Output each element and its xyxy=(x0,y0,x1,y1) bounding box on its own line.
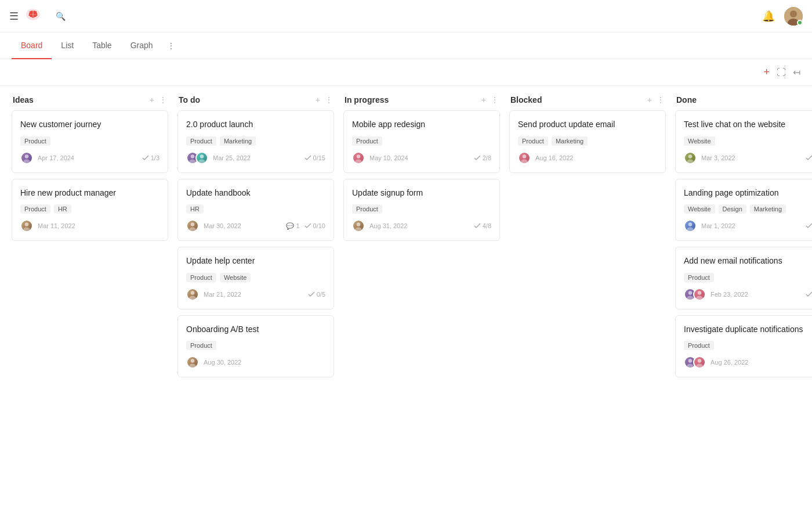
card-footer: Feb 23, 2022 5/5 xyxy=(684,288,812,301)
svg-point-29 xyxy=(355,159,361,164)
card-tag: Product xyxy=(352,136,382,146)
card-title: 2.0 product launch xyxy=(186,119,325,131)
card-card-8[interactable]: Update signup form Product Aug 31, 2022 … xyxy=(343,179,500,242)
svg-point-4 xyxy=(790,10,797,17)
card-card-9[interactable]: Send product update email ProductMarketi… xyxy=(509,110,666,173)
svg-point-7 xyxy=(25,154,29,158)
card-avatar xyxy=(684,152,697,164)
card-tag: Product xyxy=(186,273,216,282)
tab-list[interactable]: List xyxy=(52,33,83,59)
card-card-2[interactable]: Hire new product manager ProductHR Mar 1… xyxy=(12,179,168,242)
svg-point-25 xyxy=(191,359,195,363)
column-title-todo: To do xyxy=(179,95,316,105)
svg-point-13 xyxy=(191,154,195,158)
card-avatar xyxy=(186,356,199,369)
card-card-10[interactable]: Test live chat on the website Website Ma… xyxy=(675,110,812,173)
card-title: Update help center xyxy=(186,255,325,267)
column-header-done: Done + ⋮ xyxy=(675,95,812,105)
card-tag: Marketing xyxy=(220,136,256,146)
column-menu-icon-todo[interactable]: ⋮ xyxy=(325,95,333,105)
user-avatar-wrapper[interactable] xyxy=(784,7,803,26)
svg-point-41 xyxy=(687,228,693,232)
card-tags: Product xyxy=(684,273,812,282)
card-tag: HR xyxy=(54,204,71,214)
collapse-icon[interactable]: ↤ xyxy=(793,67,800,78)
column-add-icon-ideas[interactable]: + xyxy=(150,95,154,105)
nav-right: 🔔 xyxy=(762,7,803,26)
card-tag: Product xyxy=(20,136,50,146)
column-add-icon-todo[interactable]: + xyxy=(316,95,320,105)
svg-point-28 xyxy=(357,154,361,158)
tab-board[interactable]: Board xyxy=(12,33,52,59)
svg-point-49 xyxy=(688,359,693,363)
svg-point-23 xyxy=(189,296,195,300)
column-menu-icon-ideas[interactable]: ⋮ xyxy=(159,95,167,105)
card-card-13[interactable]: Investigate duplicate notifications Prod… xyxy=(675,315,812,378)
card-date: Mar 25, 2022 xyxy=(213,154,251,161)
card-date: Apr 17, 2024 xyxy=(38,154,74,161)
card-card-3[interactable]: 2.0 product launch ProductMarketing Mar … xyxy=(177,110,334,173)
card-tags: WebsiteDesignMarketing xyxy=(684,204,812,214)
card-card-5[interactable]: Update help center ProductWebsite Mar 21… xyxy=(177,247,334,309)
column-todo: To do + ⋮ 2.0 product launch ProductMark… xyxy=(177,95,334,383)
card-title: Test live chat on the website xyxy=(684,119,812,131)
card-footer: May 10, 2024 2/8 xyxy=(352,152,491,164)
card-card-6[interactable]: Onboarding A/B test Product Aug 30, 2022 xyxy=(177,315,334,378)
tab-table[interactable]: Table xyxy=(83,33,121,59)
column-inprogress: In progress + ⋮ Mobile app redesign Prod… xyxy=(343,95,500,247)
menu-icon[interactable]: ☰ xyxy=(9,10,19,23)
column-header-todo: To do + ⋮ xyxy=(177,95,334,105)
expand-icon[interactable]: ⛶ xyxy=(777,67,786,78)
tab-graph[interactable]: Graph xyxy=(121,33,162,59)
card-footer: Mar 21, 2022 0/5 xyxy=(186,288,325,301)
card-tags: Product xyxy=(20,136,160,146)
column-add-icon-blocked[interactable]: + xyxy=(647,95,652,105)
svg-point-53 xyxy=(696,364,702,369)
card-tag: Product xyxy=(684,273,714,282)
projects-header: + ⛶ ↤ xyxy=(0,59,812,86)
card-tags: HR xyxy=(186,204,325,214)
svg-point-22 xyxy=(191,291,195,295)
card-avatar xyxy=(186,288,199,301)
card-avatars xyxy=(684,219,693,232)
add-project-icon[interactable]: + xyxy=(763,66,770,78)
card-card-12[interactable]: Add new email notifications Product Feb … xyxy=(675,247,812,309)
card-check-count: 0/10 xyxy=(304,222,325,229)
card-avatar xyxy=(186,219,199,232)
board: Ideas + ⋮ New customer journey Product A… xyxy=(0,86,812,505)
card-footer: Aug 30, 2022 xyxy=(186,356,325,369)
card-check-count: 2/8 xyxy=(474,154,491,161)
card-avatar xyxy=(352,152,365,164)
card-date: Mar 21, 2022 xyxy=(204,291,241,298)
column-add-icon-inprogress[interactable]: + xyxy=(481,95,486,105)
tab-bar: Board List Table Graph ⋮ xyxy=(0,33,812,59)
column-menu-icon-blocked[interactable]: ⋮ xyxy=(657,95,665,105)
topnav: ☰ 🔍 🔔 xyxy=(0,0,812,33)
card-footer: Apr 17, 2024 1/3 xyxy=(20,152,160,164)
svg-point-32 xyxy=(355,228,361,232)
column-actions-ideas: + ⋮ xyxy=(150,95,167,105)
card-card-7[interactable]: Mobile app redesign Product May 10, 2024… xyxy=(343,110,500,173)
card-card-4[interactable]: Update handbook HR Mar 30, 2022 💬 1 0/10 xyxy=(177,179,334,242)
card-avatar xyxy=(693,288,706,301)
card-card-1[interactable]: New customer journey Product Apr 17, 202… xyxy=(12,110,168,173)
logo[interactable] xyxy=(26,8,44,24)
projects-actions: + ⛶ ↤ xyxy=(763,66,800,78)
notifications-icon[interactable]: 🔔 xyxy=(762,10,775,23)
card-title: Landing page optimization xyxy=(684,188,812,199)
column-header-ideas: Ideas + ⋮ xyxy=(12,95,168,105)
svg-point-40 xyxy=(688,222,693,226)
card-card-11[interactable]: Landing page optimization WebsiteDesignM… xyxy=(675,179,812,242)
column-title-inprogress: In progress xyxy=(345,95,481,105)
card-tags: Product xyxy=(684,341,812,350)
card-tags: ProductWebsite xyxy=(186,273,325,282)
card-date: Mar 11, 2022 xyxy=(38,222,75,229)
card-tag: Product xyxy=(518,136,548,146)
card-footer: Aug 16, 2022 xyxy=(518,152,657,164)
tab-more-icon[interactable]: ⋮ xyxy=(162,33,180,59)
column-header-inprogress: In progress + ⋮ xyxy=(343,95,500,105)
column-menu-icon-inprogress[interactable]: ⋮ xyxy=(491,95,499,105)
card-date: Mar 1, 2022 xyxy=(701,222,735,229)
card-footer: Mar 30, 2022 💬 1 0/10 xyxy=(186,219,325,232)
search-button[interactable]: 🔍 xyxy=(56,12,69,21)
